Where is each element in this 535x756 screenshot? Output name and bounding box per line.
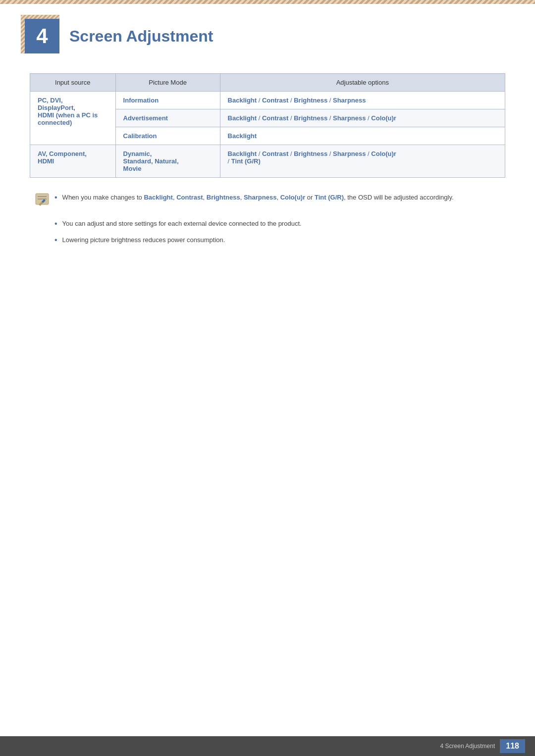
table-header-picture: Picture Mode	[115, 74, 220, 92]
note-icon	[35, 193, 50, 207]
chapter-header: 4 Screen Adjustment	[0, 4, 535, 63]
note-item-3: • Lowering picture brightness reduces po…	[54, 235, 505, 246]
adjustable-calibration: Backlight	[220, 127, 505, 145]
picture-mode-advertisement: Advertisement	[115, 109, 220, 127]
note-text-3: Lowering picture brightness reduces powe…	[62, 235, 225, 245]
table-row: PC, DVI,DisplayPort,HDMI (when a PC is c…	[30, 92, 505, 109]
note-item-1: • When you make changes to Backlight, Co…	[54, 193, 505, 203]
footer-chapter-text: 4 Screen Adjustment	[440, 743, 495, 750]
input-source-pc: PC, DVI,DisplayPort,HDMI (when a PC is c…	[30, 92, 116, 145]
notes-section: • When you make changes to Backlight, Co…	[30, 193, 505, 246]
note-group-icon: • When you make changes to Backlight, Co…	[35, 193, 505, 209]
adjustable-dynamic: Backlight / Contrast / Brightness / Shar…	[220, 145, 505, 178]
table-row: AV, Component,HDMI Dynamic,Standard, Nat…	[30, 145, 505, 178]
adjustable-advertisement: Backlight / Contrast / Brightness / Shar…	[220, 109, 505, 127]
picture-mode-calibration: Calibration	[115, 127, 220, 145]
chapter-title: Screen Adjustment	[69, 27, 213, 46]
picture-mode-information: Information	[115, 92, 220, 109]
note-icon-col	[35, 193, 54, 209]
chapter-number: 4	[36, 24, 48, 48]
table-header-adjustable: Adjustable options	[220, 74, 505, 92]
note-text-1: When you make changes to Backlight, Cont…	[62, 193, 454, 202]
adjustable-information: Backlight / Contrast / Brightness / Shar…	[220, 92, 505, 109]
input-source-av: AV, Component,HDMI	[30, 145, 116, 178]
picture-mode-dynamic: Dynamic,Standard, Natural,Movie	[115, 145, 220, 178]
main-content: Input source Picture Mode Adjustable opt…	[0, 63, 535, 281]
table-header-input: Input source	[30, 74, 116, 92]
note-first: • When you make changes to Backlight, Co…	[54, 193, 505, 209]
chapter-number-box: 4	[25, 19, 59, 53]
note-item-2: • You can adjust and store settings for …	[54, 219, 505, 229]
footer-page-number: 118	[500, 739, 525, 753]
top-decoration	[0, 0, 535, 4]
options-table: Input source Picture Mode Adjustable opt…	[30, 73, 505, 178]
note-text-2: You can adjust and store settings for ea…	[62, 219, 302, 229]
page-footer: 4 Screen Adjustment 118	[0, 736, 535, 756]
